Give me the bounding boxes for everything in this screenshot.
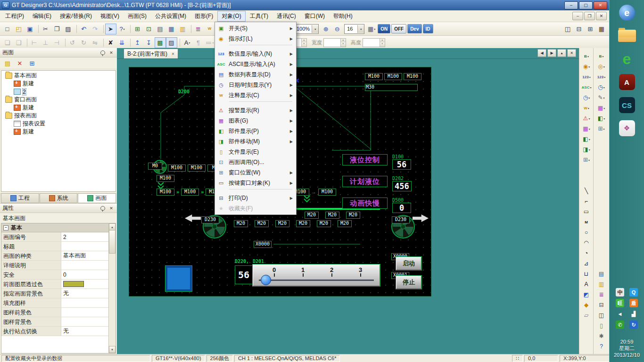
ascii-object-icon[interactable]: ASC▾: [580, 82, 593, 92]
property-row[interactable]: 标题: [1, 242, 116, 251]
circle-tool-icon[interactable]: ○: [580, 227, 593, 238]
tree-item[interactable]: 2: [2, 88, 115, 96]
open-screen-button[interactable]: ▤: [2, 58, 13, 69]
arc-tool-icon[interactable]: ◠: [580, 238, 593, 248]
menu-item[interactable]: 工具(T): [246, 11, 272, 22]
sort-objects-icon[interactable]: ⇊: [116, 37, 128, 48]
device-label[interactable]: D230: [392, 216, 410, 223]
new-file-icon[interactable]: □: [2, 24, 13, 34]
select-tool-icon[interactable]: ➤: [105, 24, 116, 34]
property-row[interactable]: 详细说明: [1, 261, 116, 270]
delete-screen-button[interactable]: ✕: [14, 58, 25, 69]
device-label[interactable]: M20: [255, 220, 269, 227]
combo-caret-icon[interactable]: ▾: [357, 25, 364, 33]
network-icon[interactable]: ▟: [629, 310, 638, 318]
cascade-windows-icon[interactable]: ◫: [562, 24, 573, 34]
computer-folder-icon[interactable]: [617, 27, 637, 45]
menu-item[interactable]: 工程(P): [1, 11, 28, 22]
menu-item[interactable]: 通讯(C): [272, 11, 300, 22]
fav-graph-icon[interactable]: ▦▾: [595, 103, 608, 113]
device-label[interactable]: M20: [317, 220, 331, 227]
screen-image-list-icon[interactable]: ▦: [166, 24, 177, 34]
device-label[interactable]: M20: [305, 212, 319, 219]
numeric-display[interactable]: 56: [235, 265, 253, 284]
fav-lamp-icon[interactable]: ◎▾: [595, 61, 608, 72]
device-label[interactable]: M100: [157, 189, 174, 196]
fav-numeric-icon[interactable]: 123▾: [595, 72, 608, 82]
panel-close-icon[interactable]: ✕: [108, 50, 115, 55]
volume-icon[interactable]: ◄: [616, 310, 624, 318]
tab-close-icon[interactable]: ×: [172, 51, 174, 57]
device-label[interactable]: M20: [296, 220, 310, 227]
device-label[interactable]: M100: [188, 165, 206, 172]
menu-item[interactable]: 窗口(W): [300, 11, 329, 22]
mdi-restore-button[interactable]: ❐: [584, 12, 595, 20]
piping-tool-icon[interactable]: ⊔: [580, 269, 593, 279]
device-label[interactable]: X0000: [254, 241, 272, 248]
window-object-icon[interactable]: ⊞▾: [580, 155, 593, 165]
switch-object-icon[interactable]: B▾: [580, 51, 593, 61]
device-label[interactable]: M0: [148, 163, 162, 170]
fav-comment-icon[interactable]: ✎▾: [595, 92, 608, 103]
object-menu-item[interactable]: [229, 101, 292, 104]
collapse-icon[interactable]: −: [3, 225, 8, 230]
option-icon[interactable]: ✱: [595, 331, 608, 341]
tree-item[interactable]: 新建: [2, 80, 115, 88]
numeric-object-icon[interactable]: 123▾: [580, 72, 593, 82]
device-label[interactable]: M100: [365, 73, 383, 80]
start-button[interactable]: 启动: [396, 257, 421, 270]
mdi-close-button[interactable]: ✕: [596, 12, 607, 20]
numeric-display[interactable]: 56: [392, 159, 411, 170]
flow-arrow-left[interactable]: [185, 214, 201, 222]
device-label[interactable]: D230: [201, 216, 219, 223]
polyline-tool-icon[interactable]: ⌐: [580, 196, 593, 206]
menu-item[interactable]: 搜索/替换(R): [56, 11, 96, 22]
slider-widget[interactable]: 0123: [253, 264, 380, 286]
height-field[interactable]: ▲▼: [363, 38, 385, 47]
redo-icon[interactable]: ↷: [90, 24, 101, 34]
tree-item[interactable]: 新建: [2, 128, 115, 136]
height-input[interactable]: [363, 39, 380, 47]
line-tool-icon[interactable]: ╲: [580, 186, 593, 196]
object-menu-item[interactable]: ◧ 部件显示(P) ▶: [215, 126, 296, 136]
scroll-up-icon[interactable]: ▲: [109, 223, 116, 230]
font-icon[interactable]: ¶: [193, 37, 204, 48]
device-on-button[interactable]: ON: [378, 24, 390, 33]
qq-icon[interactable]: Q: [629, 288, 638, 296]
template-icon[interactable]: ▥: [595, 279, 608, 289]
tree-item[interactable]: 基本画面: [2, 72, 115, 80]
object-menu-item[interactable]: ◷ 日期/时刻显示(Y) ▶: [215, 80, 296, 90]
comment-object-icon[interactable]: W▾: [580, 103, 593, 113]
library-icon[interactable]: ▤: [595, 269, 608, 279]
device-label[interactable]: M20: [346, 212, 360, 219]
maximize-button[interactable]: ▢: [579, 1, 593, 9]
device-label[interactable]: M20: [325, 212, 339, 219]
panel-close-icon[interactable]: ✕: [108, 206, 115, 211]
property-row[interactable]: 前面图层透过色: [1, 280, 116, 289]
zoom-in-icon[interactable]: ⊕: [320, 24, 331, 34]
touch-switch[interactable]: [165, 266, 192, 291]
graph-object-icon[interactable]: ▦▾: [580, 123, 593, 134]
object-menu-item[interactable]: ⊡ 画面调用(O)...: [215, 157, 296, 167]
object-menu-item[interactable]: ▣ 开关(S) ▶: [215, 23, 296, 33]
control-panel-row[interactable]: 液位控制 D100 56: [342, 154, 412, 170]
report-edit-icon[interactable]: ✘: [105, 37, 116, 48]
open-file-icon[interactable]: ◰: [13, 24, 25, 34]
device-label[interactable]: M100: [157, 175, 174, 182]
group-icon[interactable]: ❏: [2, 37, 13, 48]
ie-launcher-icon[interactable]: e: [617, 4, 637, 22]
object-menu-item[interactable]: ▭ 按键窗口对象(K) ▶: [215, 178, 296, 188]
taskbar-clock[interactable]: 20:59 星期二 2013/12/10: [614, 338, 640, 358]
update-icon[interactable]: ↻: [629, 321, 638, 329]
property-section-header[interactable]: − 基本: [1, 223, 116, 232]
ungroup-icon[interactable]: ❑: [13, 37, 25, 48]
parts-move-object-icon[interactable]: ◨▾: [580, 144, 593, 155]
palette-app-icon[interactable]: ❖: [617, 119, 637, 137]
property-row[interactable]: 填充图样: [1, 298, 116, 308]
tree-item[interactable]: 报表画面: [2, 112, 115, 120]
polygon-tool-icon[interactable]: M: [580, 217, 593, 227]
tree-item[interactable]: 窗口画面: [2, 96, 115, 104]
dock-tab[interactable]: 系统: [40, 193, 78, 203]
align-left-icon[interactable]: ⊢: [29, 37, 40, 48]
title-bar[interactable]: G GT Designer3 C:\Users\Administrator\De…: [0, 0, 609, 10]
